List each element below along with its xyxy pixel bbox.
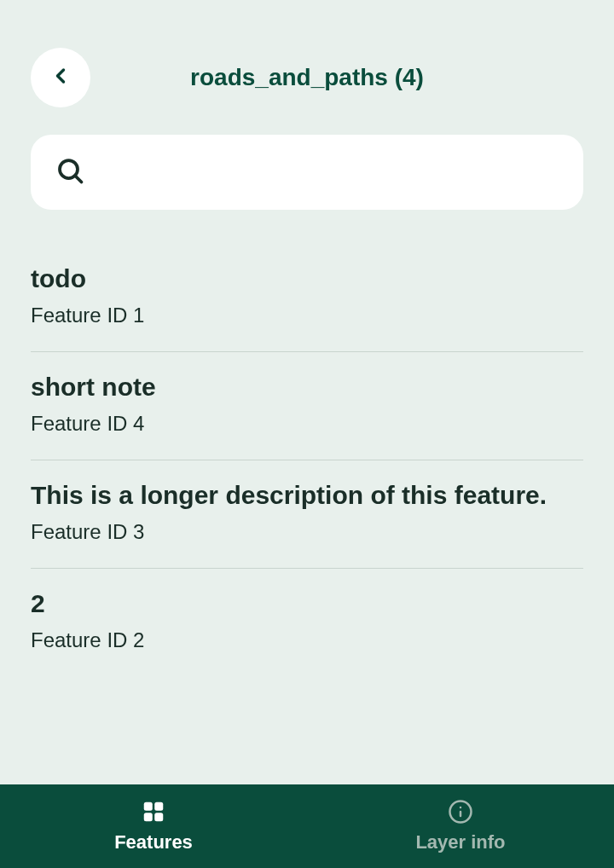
feature-subtitle: Feature ID 1 [31,304,583,327]
feature-subtitle: Feature ID 2 [31,628,583,652]
tab-layer-info[interactable]: Layer info [307,784,614,868]
list-item[interactable]: 2 Feature ID 2 [31,568,583,676]
tab-features[interactable]: Features [0,784,307,868]
list-item[interactable]: This is a longer description of this fea… [31,460,583,568]
nav-label: Features [114,831,193,854]
feature-subtitle: Feature ID 3 [31,520,583,544]
header: roads_and_paths (4) [0,0,614,135]
list-item[interactable]: short note Feature ID 4 [31,351,583,460]
svg-rect-2 [144,802,153,811]
page-title: roads_and_paths (4) [0,64,614,91]
search-input[interactable] [31,135,583,210]
feature-title: 2 [31,589,583,618]
feature-title: todo [31,264,583,293]
feature-subtitle: Feature ID 4 [31,412,583,436]
svg-rect-4 [144,813,153,821]
nav-label: Layer info [415,831,505,854]
back-button[interactable] [31,48,90,107]
list-item[interactable]: todo Feature ID 1 [31,244,583,351]
feature-list: todo Feature ID 1 short note Feature ID … [0,244,614,676]
feature-title: This is a longer description of this fea… [31,481,583,510]
chevron-left-icon [49,64,72,91]
search-container [0,135,614,244]
feature-title: short note [31,373,583,402]
bottom-nav: Features Layer info [0,784,614,868]
info-icon [448,799,473,825]
svg-rect-5 [154,813,163,821]
svg-rect-3 [154,802,163,811]
grid-icon [141,799,166,825]
